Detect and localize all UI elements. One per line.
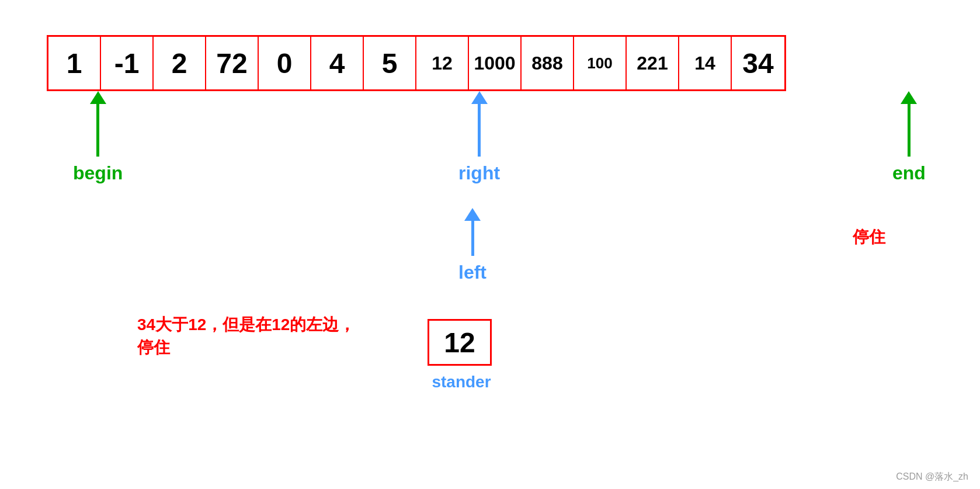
array-cell-10: 100 (574, 37, 627, 89)
left-shaft (471, 221, 474, 256)
right-arrowhead (471, 91, 488, 104)
begin-label: begin (73, 162, 123, 184)
begin-pointer: begin (73, 91, 123, 184)
end-label: end (892, 162, 926, 184)
array-cell-12: 14 (679, 37, 732, 89)
left-pointer: left (458, 208, 486, 283)
end-pointer: end (892, 91, 926, 184)
array-cell-4: 0 (259, 37, 311, 89)
array-cell-6: 5 (364, 37, 416, 89)
array-cell-13: 34 (732, 37, 784, 89)
right-annotation: 停住 (853, 226, 885, 248)
begin-shaft (96, 104, 99, 157)
array-cell-11: 221 (627, 37, 679, 89)
stander-value: 12 (444, 327, 475, 359)
end-arrowhead (901, 91, 917, 104)
pointers-area: begin end right left 12 stander 34大于12，但… (47, 91, 934, 418)
array-cell-5: 4 (311, 37, 364, 89)
array-row: 1 -1 2 72 0 4 5 12 1000 888 100 221 14 3… (47, 35, 786, 91)
left-label: left (458, 262, 486, 283)
left-annotation-text: 34大于12，但是在12的左边，停住 (137, 315, 355, 356)
array-cell-1: -1 (101, 37, 154, 89)
stander-label: stander (428, 373, 495, 391)
watermark: CSDN @落水_zh (896, 471, 968, 483)
right-pointer: right (458, 91, 500, 184)
right-label: right (458, 162, 500, 184)
array-cell-2: 2 (154, 37, 206, 89)
array-cell-7: 12 (416, 37, 469, 89)
array-cell-8: 1000 (469, 37, 522, 89)
array-cell-3: 72 (206, 37, 259, 89)
begin-arrowhead (90, 91, 106, 104)
stander-box: 12 (428, 319, 492, 366)
right-annotation-text: 停住 (853, 228, 885, 246)
right-shaft (478, 104, 481, 157)
end-shaft (908, 104, 911, 157)
array-cell-0: 1 (48, 37, 101, 89)
array-cell-9: 888 (522, 37, 574, 89)
main-container: 1 -1 2 72 0 4 5 12 1000 888 100 221 14 3… (47, 35, 933, 418)
left-arrowhead (464, 208, 481, 221)
left-annotation: 34大于12，但是在12的左边，停住 (137, 313, 355, 359)
